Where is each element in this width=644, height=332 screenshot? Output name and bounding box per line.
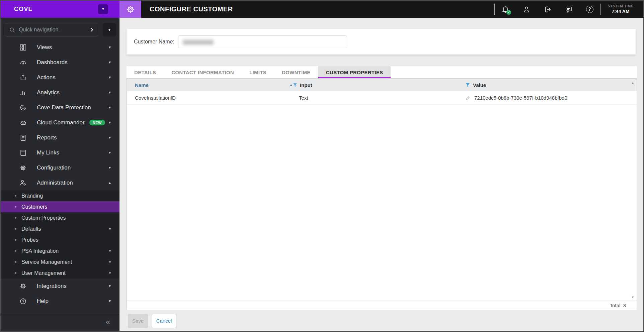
sidebar-item-configuration[interactable]: Configuration ▼ [1,160,119,175]
filter-icon[interactable] [465,83,470,88]
sidebar-subitem-custom-properties[interactable]: Custom Properties [1,212,119,223]
user-account-button[interactable] [516,1,537,18]
bullet-icon [15,206,16,208]
cove-ring-icon [19,104,27,111]
user-gear-icon [19,179,27,187]
table-total: Total: 3 [127,301,637,310]
save-button[interactable]: Save [128,314,148,328]
customer-name-label: Customer Name: [134,39,174,45]
chevron-down-icon: ▼ [108,227,111,231]
settings-app-tab[interactable] [119,1,141,18]
page-title: CONFIGURE CUSTOMER [150,5,233,13]
feedback-button[interactable] [558,1,579,18]
bullet-icon [15,228,16,230]
sidebar-subitem-probes[interactable]: Probes [1,234,119,245]
main-content: Customer Name: DETAILS CONTACT INFORMATI… [119,18,643,331]
sidebar-item-help[interactable]: Help ▼ [1,294,119,309]
bullet-icon [15,272,16,274]
gauge-icon [19,59,27,66]
cloud-icon [19,119,27,126]
sidebar-subitem-user-management[interactable]: User Management ▼ [1,267,119,279]
customer-name-redacted-value [183,40,214,45]
notifications-button[interactable]: ✓ [495,1,516,18]
chevron-up-icon: ▲ [108,181,111,185]
tab-details[interactable]: DETAILS [127,66,164,78]
tab-limits[interactable]: LIMITS [242,66,274,78]
bullet-icon [15,239,16,241]
chevron-right-icon[interactable] [89,27,94,32]
sidebar-item-actions[interactable]: Actions ▼ [1,70,119,85]
sidebar-menu: Views ▼ Dashboards ▼ Actions ▼ [1,40,119,309]
status-check-badge: ✓ [506,10,511,15]
quick-navigation-input[interactable] [19,27,89,33]
column-header-value[interactable]: Value [465,82,637,88]
sidebar-item-views[interactable]: Views ▼ [1,40,119,55]
bullet-icon [15,250,16,252]
chevron-down-icon: ▼ [108,121,111,124]
sidebar-subitem-service-management[interactable]: Service Management ▼ [1,256,119,267]
bullet-icon [15,261,16,263]
sidebar-item-cove-data-protection[interactable]: Cove Data Protection ▼ [1,100,119,115]
sidebar-subitem-psa-integration[interactable]: PSA Integration ▼ [1,245,119,256]
tab-downtime[interactable]: DOWNTIME [274,66,318,78]
divider [600,4,600,15]
custom-properties-table: Name ▲ Input Value CoveInstallationID Te… [127,78,637,310]
chevron-down-icon: ▼ [108,260,111,264]
scroll-up-icon[interactable]: ▲ [631,81,634,85]
sidebar-item-dashboards[interactable]: Dashboards ▼ [1,55,119,70]
sidebar-item-my-links[interactable]: My Links ▼ [1,145,119,160]
sidebar-item-reports[interactable]: Reports ▼ [1,130,119,145]
sidebar-subitem-branding[interactable]: Branding [1,190,119,201]
chat-icon [565,5,573,13]
search-icon [9,27,15,33]
chevron-down-icon: ▼ [108,136,111,139]
gear-icon [126,5,135,14]
log-out-icon [544,5,552,13]
bullet-icon [15,195,16,197]
views-icon [19,44,27,51]
share-up-icon [19,74,27,81]
cancel-button[interactable]: Cancel [152,314,176,328]
chevron-down-icon: ▼ [108,61,111,64]
brand-dropdown-button[interactable]: ▼ [98,4,108,14]
help-circle-icon [19,298,27,305]
edit-icon[interactable] [465,95,471,101]
sort-ascending-icon[interactable]: ▲ [290,83,293,87]
table-header-row: Name ▲ Input Value [127,79,637,91]
chevron-down-icon: ▼ [108,28,111,32]
quick-navigation-dropdown-button[interactable]: ▼ [103,23,116,36]
sidebar-item-analytics[interactable]: Analytics ▼ [1,85,119,100]
chevron-down-icon: ▼ [108,271,111,275]
administration-submenu: Branding Customers Custom Properties Def… [1,190,119,279]
cell-value: 7210edc5-0b8b-730e-597f-b10d948bfbd0 [465,95,637,101]
column-header-input[interactable]: ▲ Input [290,82,465,88]
value-text: 7210edc5-0b8b-730e-597f-b10d948bfbd0 [474,95,567,101]
scroll-down-icon[interactable]: ▼ [631,296,634,299]
sidebar-item-administration[interactable]: Administration ▲ [1,175,119,190]
help-button[interactable]: ? [579,1,600,18]
chevron-down-icon: ▼ [108,299,111,303]
table-row[interactable]: CoveInstallationID Text 7210edc5-0b8b-73… [127,91,637,105]
sidebar-subitem-customers[interactable]: Customers [1,201,119,212]
filter-icon[interactable] [293,83,297,87]
sidebar-item-cloud-commander[interactable]: Cloud Commander NEW ▼ [1,115,119,130]
sidebar-item-integrations[interactable]: Integrations ▼ [1,279,119,294]
new-badge: NEW [89,120,105,125]
tabs-bar: DETAILS CONTACT INFORMATION LIMITS DOWNT… [127,66,637,78]
chevron-down-icon: ▼ [108,151,111,154]
book-icon [19,149,27,156]
sidebar: ▼ Views ▼ Dashboards ▼ [1,18,119,331]
sidebar-subitem-defaults[interactable]: Defaults ▼ [1,223,119,234]
quick-navigation-box[interactable] [5,23,98,36]
customer-name-input[interactable] [178,35,347,48]
action-bar: Save Cancel [119,310,643,331]
collapse-sidebar-icon[interactable]: « [106,318,110,326]
gear-arrow-icon [19,283,27,290]
log-out-button[interactable] [537,1,558,18]
chevron-down-icon: ▼ [108,249,111,253]
brand-logo: COVE [14,6,33,13]
tab-contact-information[interactable]: CONTACT INFORMATION [164,66,242,78]
tab-custom-properties[interactable]: CUSTOM PROPERTIES [318,66,391,78]
column-header-name[interactable]: Name [127,82,290,88]
quick-navigation-row: ▼ [5,23,119,36]
